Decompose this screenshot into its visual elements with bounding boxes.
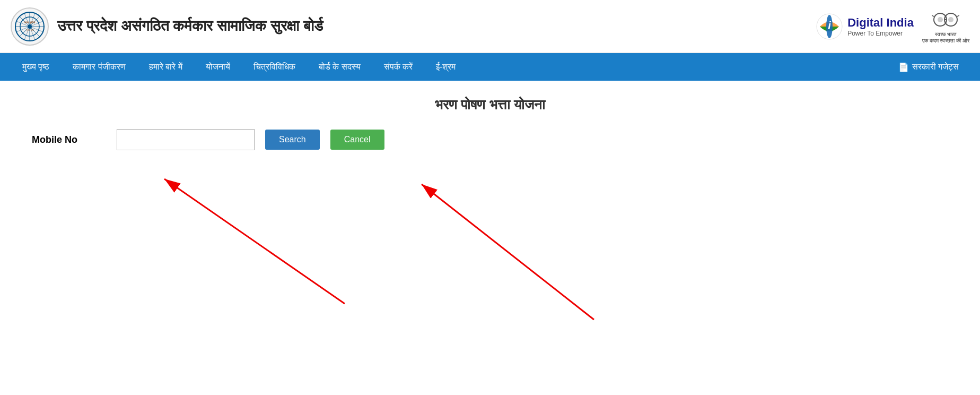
nav-members[interactable]: बोर्ड के सदस्य [307, 53, 372, 81]
org-title: उत्तर प्रदेश असंगठित कर्मकार सामाजिक सुर… [57, 18, 323, 35]
gazette-label: सरकारी गजेट्स [912, 62, 959, 72]
nav-eshram[interactable]: ई-श्रम [424, 53, 467, 81]
mobile-input[interactable] [117, 129, 255, 150]
digital-india-main: Digital India [847, 16, 914, 30]
header-right: i Digital India Power To Empower स्वच्छ … [816, 9, 969, 44]
navbar: मुख्य पृष्ठ कामगार पंजीकरण हमारे बारे मे… [0, 53, 980, 81]
svg-line-19 [932, 15, 934, 16]
nav-gazette[interactable]: 📄 सरकारी गजेट्स [888, 53, 969, 81]
nav-home[interactable]: मुख्य पृष्ठ [11, 53, 61, 81]
svg-point-22 [948, 17, 953, 22]
svg-text:उत्तर प्रदेश: उत्तर प्रदेश [24, 21, 35, 24]
svg-text:i: i [828, 20, 831, 31]
nav-about[interactable]: हमारे बारे में [137, 53, 194, 81]
digital-india-icon: i [816, 13, 843, 40]
swachh-text: स्वच्छ भारतएक कदम स्वच्छता की ओर [922, 31, 969, 44]
annotation-arrows [0, 81, 980, 346]
form-row: Mobile No Search Cancel [32, 129, 948, 150]
svg-line-24 [164, 179, 345, 304]
gazette-icon: 📄 [898, 62, 909, 72]
header: उत्तर प्रदेश सुरक्षा बोर्ड उत्तर प्रदेश … [0, 0, 980, 53]
main-content: भरण पोषण भत्ता योजना Mobile No Search Ca… [0, 81, 980, 177]
header-left: उत्तर प्रदेश सुरक्षा बोर्ड उत्तर प्रदेश … [11, 7, 323, 46]
org-logo: उत्तर प्रदेश सुरक्षा बोर्ड [11, 7, 49, 46]
nav-gallery[interactable]: चित्रविविधिक [242, 53, 307, 81]
nav-contact[interactable]: संपर्क करें [372, 53, 424, 81]
digital-india-logo: i Digital India Power To Empower [816, 13, 914, 40]
nav-schemes[interactable]: योजनायें [194, 53, 242, 81]
svg-line-25 [422, 184, 594, 320]
swachh-bharat-logo: स्वच्छ भारतएक कदम स्वच्छता की ओर [922, 9, 969, 44]
nav-registration[interactable]: कामगार पंजीकरण [61, 53, 137, 81]
swachh-icon [932, 9, 959, 30]
page-title: भरण पोषण भत्ता योजना [32, 97, 948, 113]
digital-india-sub: Power To Empower [847, 30, 914, 37]
svg-line-20 [957, 15, 959, 16]
mobile-label: Mobile No [32, 134, 106, 145]
search-button[interactable]: Search [265, 130, 320, 150]
cancel-button[interactable]: Cancel [330, 130, 384, 150]
digital-india-text: Digital India Power To Empower [847, 16, 914, 37]
svg-point-21 [938, 17, 943, 22]
